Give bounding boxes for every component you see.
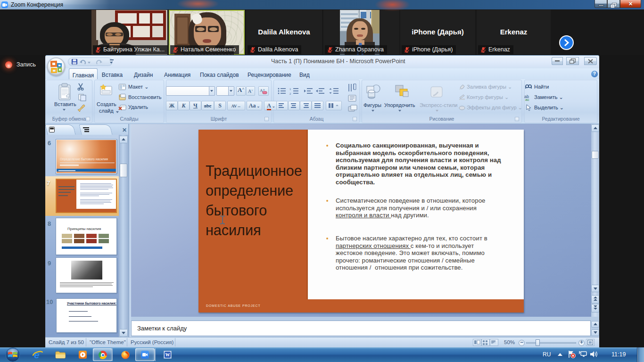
svg-text:ac: ac — [525, 98, 529, 101]
svg-text:1: 1 — [289, 88, 291, 90]
svg-text:2: 2 — [289, 92, 291, 95]
svg-text:e: e — [34, 349, 40, 360]
svg-text:a: a — [263, 88, 265, 91]
